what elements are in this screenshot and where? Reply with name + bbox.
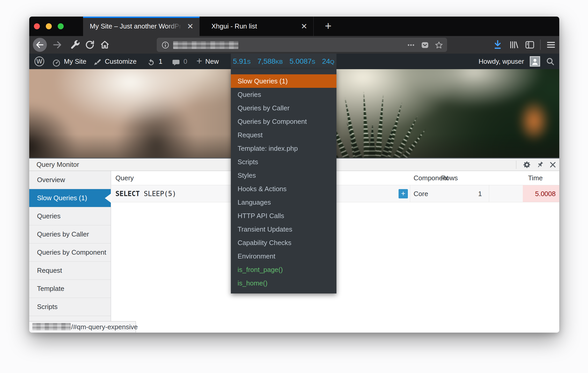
qm-sidebar-request[interactable]: Request xyxy=(29,262,111,280)
new-label: New xyxy=(205,54,219,69)
pocket-icon[interactable] xyxy=(421,41,429,49)
page-actions-icon[interactable] xyxy=(407,41,415,49)
update-arrows-icon xyxy=(147,57,156,66)
status-bar-link-preview: /#qm-query-expensive xyxy=(29,321,136,333)
menu-hamburger-icon[interactable] xyxy=(545,39,557,51)
tab-close-button[interactable]: ✕ xyxy=(298,17,310,36)
qm-sidebar-scripts[interactable]: Scripts xyxy=(29,298,111,316)
column-divider xyxy=(489,185,489,202)
qm-sidebar-queries-by-component[interactable]: Queries by Component xyxy=(29,243,111,262)
qm-sidebar-queries[interactable]: Queries xyxy=(29,207,111,225)
browser-toolbar xyxy=(29,36,559,54)
qm-sidebar-template[interactable]: Template xyxy=(29,280,111,298)
qm-titlebar-separator xyxy=(516,161,516,169)
close-icon[interactable] xyxy=(549,161,557,169)
downloads-icon[interactable] xyxy=(492,39,503,51)
qm-menu-item-template[interactable]: Template: index.php xyxy=(231,142,336,155)
updates-count: 1 xyxy=(159,54,162,69)
back-button[interactable] xyxy=(33,38,47,52)
tab-title: Xhgui - Run list xyxy=(211,17,257,36)
zoom-window-button[interactable] xyxy=(58,23,64,29)
home-button[interactable] xyxy=(100,40,110,50)
search-icon[interactable] xyxy=(546,57,555,66)
query-monitor-dropdown: Slow Queries (1) Queries Queries by Call… xyxy=(231,69,336,293)
tab-bar: My Site – Just another WordPress si ✕ Xh… xyxy=(29,17,559,36)
qm-stat-query-time: 5.0087S xyxy=(290,57,315,66)
tab-close-button[interactable]: ✕ xyxy=(185,17,196,36)
customize-label: Customize xyxy=(105,54,137,69)
status-link-text: /#qm-query-expensive xyxy=(71,323,138,331)
qm-sidebar-overview[interactable]: Overview xyxy=(29,171,111,189)
column-header-rows[interactable]: Rows xyxy=(410,171,473,185)
comment-bubble-icon xyxy=(172,57,180,66)
paintbrush-icon xyxy=(93,57,102,66)
qm-menu-item-request[interactable]: Request xyxy=(231,128,336,142)
qm-menu-item-styles[interactable]: Styles xyxy=(231,169,336,182)
plus-icon: + xyxy=(196,53,202,69)
adminbar-my-site[interactable]: My Site xyxy=(52,54,86,69)
qm-menu-item-environment[interactable]: Environment xyxy=(231,249,336,263)
sidebar-toggle-icon[interactable] xyxy=(524,39,535,51)
redacted-url-blob xyxy=(32,323,71,330)
expand-query-button[interactable]: + xyxy=(399,189,408,198)
close-window-button[interactable] xyxy=(34,23,40,29)
adminbar-comments[interactable]: 0 xyxy=(172,54,187,69)
qm-sidebar-slow-queries[interactable]: Slow Queries (1) xyxy=(29,189,111,207)
time-cell-slow: 5.0008 xyxy=(523,185,559,202)
qm-menu-item-queries[interactable]: Queries xyxy=(231,88,336,101)
window-controls xyxy=(29,17,71,36)
reload-button[interactable] xyxy=(85,40,95,50)
adminbar-new[interactable]: + New xyxy=(196,54,219,69)
qm-stat-query-count: 24Q xyxy=(322,57,334,66)
qm-menu-item-queries-by-component[interactable]: Queries by Component xyxy=(231,115,336,128)
qm-menu-item-capability-checks[interactable]: Capability Checks xyxy=(231,236,336,249)
column-header-time[interactable]: Time xyxy=(489,171,559,185)
adminbar-updates[interactable]: 1 xyxy=(147,54,162,69)
wp-admin-bar: W My Site Customize 1 0 + N xyxy=(29,54,559,69)
minimize-window-button[interactable] xyxy=(46,23,52,29)
pin-icon[interactable] xyxy=(536,161,544,169)
comments-count: 0 xyxy=(183,54,187,69)
qm-panel-sidebar: Overview Slow Queries (1) Queries Querie… xyxy=(29,171,111,333)
column-header-query[interactable]: Query xyxy=(115,171,134,185)
dashboard-gauge-icon xyxy=(52,57,61,66)
qm-stat-load-time: 5.91S xyxy=(233,57,251,66)
gear-icon[interactable] xyxy=(523,161,531,169)
qm-menu-item-slow-queries[interactable]: Slow Queries (1) xyxy=(231,74,336,88)
qm-menu-item-scripts[interactable]: Scripts xyxy=(231,155,336,169)
qm-menu-item-is-front-page[interactable]: is_front_page() xyxy=(231,263,336,276)
new-tab-button[interactable]: + xyxy=(319,17,337,36)
redacted-url xyxy=(173,41,238,49)
tab-title-fade xyxy=(166,18,185,36)
my-site-label: My Site xyxy=(64,54,86,69)
qm-stat-memory: 7,588KB xyxy=(258,57,283,66)
qm-menu-item-queries-by-caller[interactable]: Queries by Caller xyxy=(231,101,336,115)
qm-menu-item-is-home[interactable]: is_home() xyxy=(231,276,336,290)
user-avatar[interactable] xyxy=(530,56,540,67)
wordpress-logo-icon[interactable]: W xyxy=(34,56,44,66)
query-monitor-adminbar-button[interactable]: 5.91S 7,588KB 5.0087S 24Q xyxy=(231,54,336,69)
browser-window: My Site – Just another WordPress si ✕ Xh… xyxy=(29,17,559,333)
howdy-user[interactable]: Howdy, wpuser xyxy=(479,58,524,66)
qm-menu-item-http-api-calls[interactable]: HTTP API Calls xyxy=(231,209,336,223)
url-bar[interactable] xyxy=(157,38,447,52)
sql-query-cell: SELECT SLEEP(5) xyxy=(115,185,176,202)
qm-sidebar-queries-by-caller[interactable]: Queries by Caller xyxy=(29,225,111,243)
qm-panel-title: Query Monitor xyxy=(36,159,79,170)
site-info-icon[interactable] xyxy=(161,41,170,49)
tab-my-site[interactable]: My Site – Just another WordPress si ✕ xyxy=(83,17,200,36)
tab-xhgui[interactable]: Xhgui - Run list ✕ xyxy=(200,17,314,36)
qm-menu-item-hooks-actions[interactable]: Hooks & Actions xyxy=(231,182,336,196)
qm-menu-item-languages[interactable]: Languages xyxy=(231,196,336,209)
library-icon[interactable] xyxy=(508,39,519,51)
wrench-icon[interactable] xyxy=(70,40,80,50)
forward-button[interactable] xyxy=(52,40,62,50)
bookmark-star-icon[interactable] xyxy=(435,41,443,49)
adminbar-customize[interactable]: Customize xyxy=(93,54,137,69)
toolbar-separator xyxy=(540,40,541,50)
rows-cell: 1 xyxy=(410,185,486,202)
qm-menu-item-transient-updates[interactable]: Transient Updates xyxy=(231,223,336,236)
